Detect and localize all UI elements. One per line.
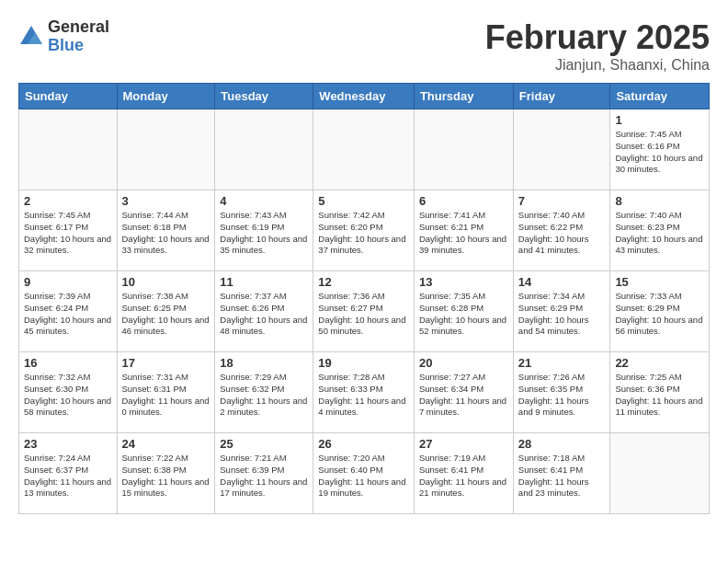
weekday-header-row: SundayMondayTuesdayWednesdayThursdayFrid… — [19, 84, 710, 109]
calendar-cell — [414, 109, 513, 190]
calendar-week-row: 23Sunrise: 7:24 AM Sunset: 6:37 PM Dayli… — [19, 433, 710, 514]
day-number: 25 — [220, 437, 308, 451]
day-number: 17 — [122, 356, 210, 370]
calendar-cell: 21Sunrise: 7:26 AM Sunset: 6:35 PM Dayli… — [513, 352, 610, 433]
day-number: 1 — [615, 113, 704, 127]
day-info: Sunrise: 7:32 AM Sunset: 6:30 PM Dayligh… — [24, 372, 112, 419]
calendar-cell: 19Sunrise: 7:28 AM Sunset: 6:33 PM Dayli… — [313, 352, 415, 433]
calendar-cell: 23Sunrise: 7:24 AM Sunset: 6:37 PM Dayli… — [19, 433, 118, 514]
logo: General Blue — [18, 18, 109, 55]
day-number: 2 — [24, 194, 112, 208]
calendar-cell — [513, 109, 610, 190]
calendar-cell: 12Sunrise: 7:36 AM Sunset: 6:27 PM Dayli… — [313, 271, 415, 352]
day-number: 7 — [518, 194, 606, 208]
day-number: 26 — [318, 437, 409, 451]
day-info: Sunrise: 7:25 AM Sunset: 6:36 PM Dayligh… — [615, 372, 704, 419]
calendar-cell: 5Sunrise: 7:42 AM Sunset: 6:20 PM Daylig… — [313, 190, 415, 271]
day-info: Sunrise: 7:41 AM Sunset: 6:21 PM Dayligh… — [419, 210, 508, 257]
month-title: February 2025 — [485, 18, 710, 57]
day-number: 20 — [419, 356, 508, 370]
day-info: Sunrise: 7:24 AM Sunset: 6:37 PM Dayligh… — [24, 453, 112, 500]
logo-text: General Blue — [48, 18, 109, 55]
title-block: February 2025 Jianjun, Shaanxi, China — [485, 18, 710, 74]
calendar-cell — [215, 109, 313, 190]
day-info: Sunrise: 7:35 AM Sunset: 6:28 PM Dayligh… — [419, 291, 508, 338]
day-number: 5 — [318, 194, 409, 208]
day-info: Sunrise: 7:18 AM Sunset: 6:41 PM Dayligh… — [518, 453, 606, 500]
weekday-header-thursday: Thursday — [414, 84, 513, 109]
day-info: Sunrise: 7:29 AM Sunset: 6:32 PM Dayligh… — [220, 372, 308, 419]
day-info: Sunrise: 7:45 AM Sunset: 6:16 PM Dayligh… — [615, 129, 704, 176]
day-number: 21 — [518, 356, 606, 370]
weekday-header-saturday: Saturday — [610, 84, 710, 109]
day-number: 3 — [122, 194, 210, 208]
calendar-cell — [117, 109, 215, 190]
logo-icon — [18, 24, 44, 50]
logo-blue: Blue — [48, 37, 109, 55]
day-number: 11 — [220, 275, 308, 289]
location: Jianjun, Shaanxi, China — [485, 57, 710, 74]
day-info: Sunrise: 7:31 AM Sunset: 6:31 PM Dayligh… — [122, 372, 210, 419]
day-info: Sunrise: 7:45 AM Sunset: 6:17 PM Dayligh… — [24, 210, 112, 257]
calendar-cell — [313, 109, 415, 190]
day-info: Sunrise: 7:39 AM Sunset: 6:24 PM Dayligh… — [24, 291, 112, 338]
day-info: Sunrise: 7:37 AM Sunset: 6:26 PM Dayligh… — [220, 291, 308, 338]
calendar-cell: 24Sunrise: 7:22 AM Sunset: 6:38 PM Dayli… — [117, 433, 215, 514]
logo-general: General — [48, 18, 109, 37]
calendar-table: SundayMondayTuesdayWednesdayThursdayFrid… — [18, 83, 710, 514]
weekday-header-monday: Monday — [117, 84, 215, 109]
day-number: 8 — [615, 194, 704, 208]
day-info: Sunrise: 7:33 AM Sunset: 6:29 PM Dayligh… — [615, 291, 704, 338]
day-number: 18 — [220, 356, 308, 370]
day-number: 4 — [220, 194, 308, 208]
day-info: Sunrise: 7:22 AM Sunset: 6:38 PM Dayligh… — [122, 453, 210, 500]
weekday-header-friday: Friday — [513, 84, 610, 109]
day-number: 16 — [24, 356, 112, 370]
day-number: 23 — [24, 437, 112, 451]
calendar-cell: 8Sunrise: 7:40 AM Sunset: 6:23 PM Daylig… — [610, 190, 710, 271]
day-number: 15 — [615, 275, 704, 289]
calendar-week-row: 9Sunrise: 7:39 AM Sunset: 6:24 PM Daylig… — [19, 271, 710, 352]
day-info: Sunrise: 7:40 AM Sunset: 6:23 PM Dayligh… — [615, 210, 704, 257]
calendar-cell: 2Sunrise: 7:45 AM Sunset: 6:17 PM Daylig… — [19, 190, 118, 271]
calendar-cell: 27Sunrise: 7:19 AM Sunset: 6:41 PM Dayli… — [414, 433, 513, 514]
day-number: 24 — [122, 437, 210, 451]
calendar-week-row: 1Sunrise: 7:45 AM Sunset: 6:16 PM Daylig… — [19, 109, 710, 190]
calendar-cell: 6Sunrise: 7:41 AM Sunset: 6:21 PM Daylig… — [414, 190, 513, 271]
calendar-cell: 9Sunrise: 7:39 AM Sunset: 6:24 PM Daylig… — [19, 271, 118, 352]
calendar-cell: 25Sunrise: 7:21 AM Sunset: 6:39 PM Dayli… — [215, 433, 313, 514]
calendar-cell: 15Sunrise: 7:33 AM Sunset: 6:29 PM Dayli… — [610, 271, 710, 352]
day-number: 14 — [518, 275, 606, 289]
day-number: 6 — [419, 194, 508, 208]
calendar-cell: 22Sunrise: 7:25 AM Sunset: 6:36 PM Dayli… — [610, 352, 710, 433]
day-info: Sunrise: 7:38 AM Sunset: 6:25 PM Dayligh… — [122, 291, 210, 338]
calendar-cell: 4Sunrise: 7:43 AM Sunset: 6:19 PM Daylig… — [215, 190, 313, 271]
calendar-cell: 13Sunrise: 7:35 AM Sunset: 6:28 PM Dayli… — [414, 271, 513, 352]
day-info: Sunrise: 7:21 AM Sunset: 6:39 PM Dayligh… — [220, 453, 308, 500]
weekday-header-sunday: Sunday — [19, 84, 118, 109]
calendar-cell: 11Sunrise: 7:37 AM Sunset: 6:26 PM Dayli… — [215, 271, 313, 352]
calendar-cell: 28Sunrise: 7:18 AM Sunset: 6:41 PM Dayli… — [513, 433, 610, 514]
day-info: Sunrise: 7:34 AM Sunset: 6:29 PM Dayligh… — [518, 291, 606, 338]
calendar-week-row: 2Sunrise: 7:45 AM Sunset: 6:17 PM Daylig… — [19, 190, 710, 271]
day-info: Sunrise: 7:19 AM Sunset: 6:41 PM Dayligh… — [419, 453, 508, 500]
day-info: Sunrise: 7:20 AM Sunset: 6:40 PM Dayligh… — [318, 453, 409, 500]
page-header: General Blue February 2025 Jianjun, Shaa… — [18, 18, 710, 74]
calendar-cell — [19, 109, 118, 190]
calendar-cell: 3Sunrise: 7:44 AM Sunset: 6:18 PM Daylig… — [117, 190, 215, 271]
day-number: 19 — [318, 356, 409, 370]
day-info: Sunrise: 7:36 AM Sunset: 6:27 PM Dayligh… — [318, 291, 409, 338]
calendar-cell: 20Sunrise: 7:27 AM Sunset: 6:34 PM Dayli… — [414, 352, 513, 433]
calendar-cell — [610, 433, 710, 514]
calendar-cell: 26Sunrise: 7:20 AM Sunset: 6:40 PM Dayli… — [313, 433, 415, 514]
day-info: Sunrise: 7:44 AM Sunset: 6:18 PM Dayligh… — [122, 210, 210, 257]
calendar-cell: 1Sunrise: 7:45 AM Sunset: 6:16 PM Daylig… — [610, 109, 710, 190]
day-number: 12 — [318, 275, 409, 289]
calendar-cell: 14Sunrise: 7:34 AM Sunset: 6:29 PM Dayli… — [513, 271, 610, 352]
day-info: Sunrise: 7:40 AM Sunset: 6:22 PM Dayligh… — [518, 210, 606, 257]
calendar-cell: 10Sunrise: 7:38 AM Sunset: 6:25 PM Dayli… — [117, 271, 215, 352]
day-info: Sunrise: 7:28 AM Sunset: 6:33 PM Dayligh… — [318, 372, 409, 419]
calendar-cell: 16Sunrise: 7:32 AM Sunset: 6:30 PM Dayli… — [19, 352, 118, 433]
day-number: 28 — [518, 437, 606, 451]
day-number: 10 — [122, 275, 210, 289]
